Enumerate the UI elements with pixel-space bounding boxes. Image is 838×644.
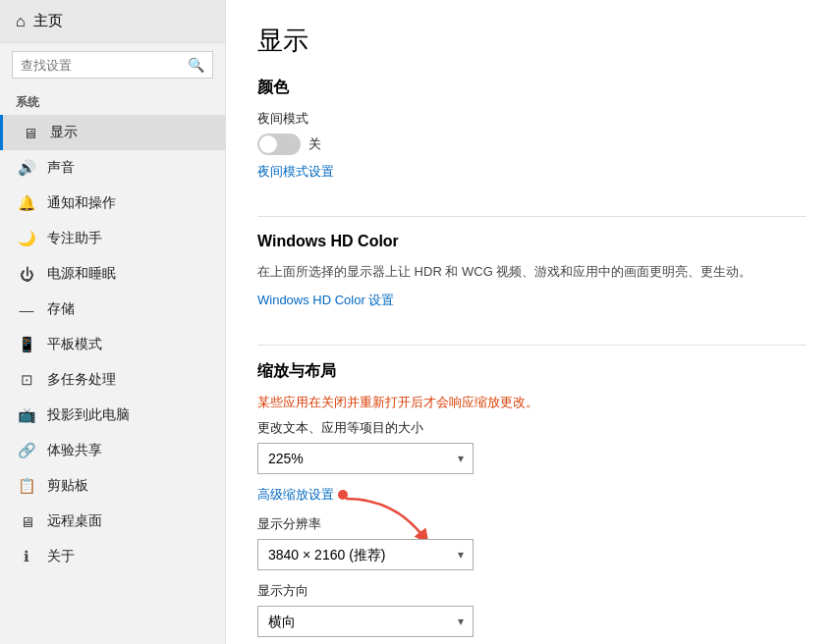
size-dropdown-wrapper: 100% 125% 150% 175% 200% 225% 250% 300% … xyxy=(257,443,474,474)
resolution-label: 显示分辨率 xyxy=(257,515,807,533)
hd-color-section-title: Windows HD Color xyxy=(257,233,807,250)
sidebar-item-label: 关于 xyxy=(47,548,75,565)
sidebar-item-about[interactable]: ℹ 关于 xyxy=(0,539,225,574)
focus-icon: 🌙 xyxy=(16,230,37,247)
sidebar-item-label: 声音 xyxy=(47,159,75,177)
sidebar-item-label: 通知和操作 xyxy=(47,194,116,212)
sidebar-home-label: 主页 xyxy=(33,12,63,30)
advanced-scale-row: 高级缩放设置 xyxy=(257,486,807,504)
sidebar-item-multitask[interactable]: ⊡ 多任务处理 xyxy=(0,362,225,398)
resolution-dropdown[interactable]: 3840 × 2160 (推荐) 2560 × 1440 1920 × 1080 xyxy=(257,539,474,570)
sidebar-item-label: 平板模式 xyxy=(47,336,102,353)
sidebar-item-remote[interactable]: 🖥 远程桌面 xyxy=(0,504,225,539)
sidebar-item-label: 远程桌面 xyxy=(47,512,102,530)
annotation-dot xyxy=(338,490,348,500)
night-mode-toggle[interactable] xyxy=(257,134,301,155)
color-section-title: 颜色 xyxy=(257,78,807,98)
resolution-dropdown-wrapper: 3840 × 2160 (推荐) 2560 × 1440 1920 × 1080… xyxy=(257,539,474,570)
sidebar-item-label: 多任务处理 xyxy=(47,371,116,389)
orientation-dropdown-wrapper: 横向 纵向 横向(翻转) 纵向(翻转) ▾ xyxy=(257,606,474,637)
orientation-dropdown[interactable]: 横向 纵向 横向(翻转) 纵向(翻转) xyxy=(257,606,474,637)
sidebar-item-label: 显示 xyxy=(50,124,78,141)
sidebar: ⌂ 主页 🔍 系统 🖥 显示 🔊 声音 🔔 通知和操作 🌙 专注助手 ⏻ 电源和… xyxy=(0,0,226,644)
night-mode-settings-link[interactable]: 夜间模式设置 xyxy=(257,163,334,181)
sidebar-item-label: 专注助手 xyxy=(47,230,102,247)
project-icon: 📺 xyxy=(16,406,37,424)
clipboard-icon: 📋 xyxy=(16,477,37,495)
display-icon: 🖥 xyxy=(19,125,40,141)
notifications-icon: 🔔 xyxy=(16,194,37,212)
search-box[interactable]: 🔍 xyxy=(12,51,213,79)
scale-section-title: 缩放与布局 xyxy=(257,361,807,382)
toggle-label: 关 xyxy=(308,135,321,153)
hd-color-description: 在上面所选择的显示器上让 HDR 和 WCG 视频、游戏和应用中的画面更明亮、更… xyxy=(257,262,807,282)
toggle-knob xyxy=(259,135,277,153)
sidebar-item-label: 存储 xyxy=(47,300,75,318)
sidebar-item-storage[interactable]: — 存储 xyxy=(0,292,225,327)
sidebar-section-label: 系统 xyxy=(0,86,225,115)
share-icon: 🔗 xyxy=(16,442,37,459)
size-label: 更改文本、应用等项目的大小 xyxy=(257,419,807,437)
sidebar-item-label: 投影到此电脑 xyxy=(47,406,130,424)
scale-warning: 某些应用在关闭并重新打开后才会响应缩放更改。 xyxy=(257,394,807,411)
sidebar-item-focus[interactable]: 🌙 专注助手 xyxy=(0,221,225,256)
multitask-icon: ⊡ xyxy=(16,371,37,389)
power-icon: ⏻ xyxy=(16,266,37,283)
sidebar-item-label: 剪贴板 xyxy=(47,477,88,495)
page-title: 显示 xyxy=(257,24,807,58)
sidebar-item-label: 电源和睡眠 xyxy=(47,265,116,283)
home-icon: ⌂ xyxy=(16,13,26,30)
divider-1 xyxy=(257,216,807,217)
night-mode-label: 夜间模式 xyxy=(257,110,807,128)
sidebar-home-button[interactable]: ⌂ 主页 xyxy=(0,0,225,43)
sidebar-item-power[interactable]: ⏻ 电源和睡眠 xyxy=(0,256,225,292)
sidebar-item-label: 体验共享 xyxy=(47,442,102,459)
sound-icon: 🔊 xyxy=(16,159,37,177)
advanced-scale-link[interactable]: 高级缩放设置 xyxy=(257,486,334,504)
sidebar-item-project[interactable]: 📺 投影到此电脑 xyxy=(0,398,225,433)
main-content: 显示 颜色 夜间模式 关 夜间模式设置 Windows HD Color 在上面… xyxy=(226,0,838,644)
search-icon: 🔍 xyxy=(188,57,204,73)
sidebar-item-tablet[interactable]: 📱 平板模式 xyxy=(0,327,225,362)
tablet-icon: 📱 xyxy=(16,336,37,353)
sidebar-item-share[interactable]: 🔗 体验共享 xyxy=(0,433,225,468)
night-mode-toggle-row: 关 xyxy=(257,134,807,155)
sidebar-item-display[interactable]: 🖥 显示 xyxy=(0,115,225,150)
about-icon: ℹ xyxy=(16,548,37,565)
storage-icon: — xyxy=(16,301,37,318)
remote-icon: 🖥 xyxy=(16,513,37,530)
sidebar-item-sound[interactable]: 🔊 声音 xyxy=(0,150,225,186)
size-dropdown[interactable]: 100% 125% 150% 175% 200% 225% 250% 300% xyxy=(257,443,474,474)
sidebar-item-clipboard[interactable]: 📋 剪贴板 xyxy=(0,468,225,504)
sidebar-item-notifications[interactable]: 🔔 通知和操作 xyxy=(0,186,225,221)
orientation-label: 显示方向 xyxy=(257,582,807,600)
hd-color-settings-link[interactable]: Windows HD Color 设置 xyxy=(257,292,394,309)
divider-2 xyxy=(257,345,807,346)
search-input[interactable] xyxy=(21,58,188,73)
